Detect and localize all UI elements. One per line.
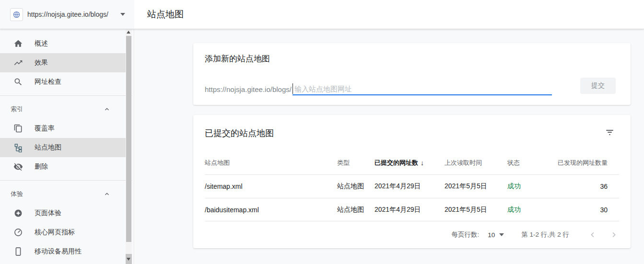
submitted-sitemaps-card: 已提交的站点地图 站点地图 类型 已提交的网址数 ↓ 上次读取时间 状态 已发现…	[193, 115, 631, 248]
sidebar-item-label: 删除	[35, 162, 48, 171]
table-footer: 每页行数: 10 第 1-2 行,共 2 行	[193, 221, 631, 248]
cell-discovered: 30	[555, 206, 619, 214]
sidebar-item-url-inspection[interactable]: 网址检查	[0, 72, 126, 92]
main-content: 添加新的站点地图 https://nojsja.gitee.io/blogs/ …	[135, 29, 644, 264]
sidebar-item-sitemaps[interactable]: 站点地图	[0, 138, 126, 157]
scroll-down-arrow-icon[interactable]	[126, 254, 132, 264]
home-icon	[13, 39, 23, 48]
pagination-range: 第 1-2 行,共 2 行	[521, 230, 569, 239]
top-header: https://nojsja.gitee.io/blogs/ 站点地图	[0, 0, 644, 29]
submit-button[interactable]: 提交	[580, 78, 616, 94]
property-selector[interactable]: https://nojsja.gitee.io/blogs/	[0, 0, 134, 29]
sidebar-item-label: 页面体验	[35, 209, 61, 218]
sitemap-input-wrap	[293, 83, 552, 95]
sidebar-item-label: 概述	[35, 39, 48, 48]
next-page-button[interactable]	[609, 230, 618, 239]
sidebar-item-core-web-vitals[interactable]: 核心网页指标	[0, 223, 126, 242]
scrollbar-thumb[interactable]	[126, 36, 131, 242]
sidebar-item-label: 移动设备易用性	[35, 247, 82, 256]
section-label: 体验	[11, 190, 23, 198]
cell-last-read: 2021年5月5日	[445, 206, 507, 214]
table-row[interactable]: /baidusitemap.xml 站点地图 2021年4月29日 2021年5…	[205, 198, 619, 221]
trending-up-icon	[13, 58, 23, 68]
column-header-sitemap[interactable]: 站点地图	[205, 159, 337, 167]
eye-off-icon	[13, 162, 23, 172]
column-header-discovered[interactable]: 已发现的网址数量	[555, 159, 619, 167]
rows-per-page-label: 每页行数:	[451, 230, 479, 239]
sitemap-icon	[13, 143, 23, 152]
column-header-status[interactable]: 状态	[507, 159, 555, 167]
divider	[0, 95, 132, 96]
pages-icon	[13, 124, 23, 133]
sidebar-item-label: 站点地图	[35, 143, 61, 152]
page-title: 站点地图	[147, 8, 184, 21]
sidebar: 概述 效果 网址检查 索引	[0, 29, 134, 264]
table-row[interactable]: /sitemap.xml 站点地图 2021年4月29日 2021年5月5日 成…	[205, 175, 619, 198]
table-header-row: 站点地图 类型 已提交的网址数 ↓ 上次读取时间 状态 已发现的网址数量	[205, 151, 619, 175]
scroll-up-arrow-icon[interactable]	[127, 31, 130, 34]
page-title-area: 站点地图	[134, 0, 644, 29]
rows-per-page-value: 10	[488, 231, 495, 239]
search-icon	[13, 77, 23, 87]
sidebar-item-label: 网址检查	[35, 78, 61, 86]
column-header-label: 已提交的网址数	[375, 159, 418, 167]
chevron-up-icon	[104, 106, 110, 113]
chevron-down-icon	[499, 233, 504, 236]
status-badge: 成功	[507, 206, 555, 214]
sidebar-item-coverage[interactable]: 覆盖率	[0, 119, 126, 138]
sitemaps-table: 站点地图 类型 已提交的网址数 ↓ 上次读取时间 状态 已发现的网址数量 /si…	[205, 151, 619, 221]
sidebar-item-performance[interactable]: 效果	[0, 53, 126, 72]
property-url: https://nojsja.gitee.io/blogs/	[27, 11, 108, 18]
cell-submitted: 2021年4月29日	[375, 182, 445, 191]
sidebar-section-experience[interactable]: 体验	[0, 184, 126, 204]
divider	[0, 180, 132, 181]
sidebar-section-index[interactable]: 索引	[0, 100, 126, 119]
submitted-card-title: 已提交的站点地图	[205, 127, 274, 139]
chevron-down-icon	[120, 13, 125, 16]
cell-sitemap-path: /baidusitemap.xml	[205, 206, 337, 214]
gauge-icon	[13, 228, 23, 237]
column-header-last-read[interactable]: 上次读取时间	[445, 159, 507, 167]
sidebar-item-removals[interactable]: 删除	[0, 157, 126, 176]
cell-discovered: 36	[555, 183, 619, 190]
url-prefix: https://nojsja.gitee.io/blogs/	[205, 84, 292, 95]
column-header-submitted[interactable]: 已提交的网址数 ↓	[375, 159, 445, 167]
sidebar-item-label: 核心网页指标	[35, 228, 75, 237]
sidebar-item-overview[interactable]: 概述	[0, 34, 126, 53]
sitemap-input-row: https://nojsja.gitee.io/blogs/	[205, 83, 552, 95]
sidebar-item-page-experience[interactable]: 页面体验	[0, 204, 126, 223]
text-cursor	[293, 83, 293, 94]
sidebar-item-label: 效果	[35, 58, 48, 67]
sort-desc-icon: ↓	[421, 159, 424, 167]
filter-icon[interactable]	[605, 127, 614, 137]
section-label: 索引	[11, 105, 23, 114]
column-header-type[interactable]: 类型	[337, 159, 375, 167]
cell-type: 站点地图	[337, 206, 375, 214]
sitemap-url-input[interactable]	[293, 83, 552, 94]
rows-per-page-select[interactable]: 10	[488, 231, 504, 239]
cell-submitted: 2021年4月29日	[375, 206, 445, 214]
smartphone-icon	[13, 247, 23, 256]
cell-last-read: 2021年5月5日	[445, 182, 507, 191]
cell-sitemap-path: /sitemap.xml	[205, 183, 337, 190]
previous-page-button[interactable]	[588, 230, 597, 239]
add-card-title: 添加新的站点地图	[205, 53, 270, 64]
sidebar-scrollbar[interactable]	[126, 29, 132, 264]
page-experience-icon	[13, 208, 23, 218]
add-sitemap-card: 添加新的站点地图 https://nojsja.gitee.io/blogs/ …	[193, 43, 631, 105]
chevron-up-icon	[104, 191, 110, 197]
sidebar-item-label: 覆盖率	[35, 124, 55, 133]
status-badge: 成功	[507, 182, 555, 191]
globe-icon	[10, 8, 23, 21]
cell-type: 站点地图	[337, 182, 375, 191]
sidebar-item-mobile-usability[interactable]: 移动设备易用性	[0, 242, 126, 261]
